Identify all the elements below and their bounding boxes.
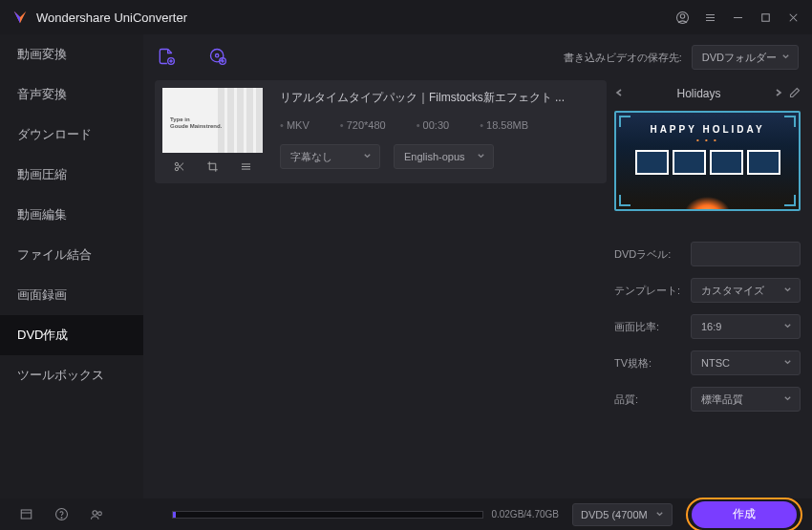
- svg-point-13: [98, 512, 102, 516]
- chevron-down-icon: [783, 393, 792, 405]
- sidebar-item[interactable]: DVD作成: [0, 315, 143, 355]
- template-next-button[interactable]: [774, 87, 783, 100]
- disc-type-value: DVD5 (4700M: [581, 509, 648, 520]
- close-icon[interactable]: [786, 11, 801, 25]
- settings-value: 16:9: [701, 321, 721, 332]
- settings-select[interactable]: [691, 242, 801, 266]
- menu-icon[interactable]: [703, 11, 717, 25]
- sidebar-item[interactable]: ツールボックス: [0, 355, 143, 395]
- template-preview[interactable]: HAPPY HOLIDAY • • •: [614, 111, 801, 211]
- dvd-settings: DVDラベル:テンプレート:カスタマイズ画面比率:16:9TV規格:NTSC品質…: [614, 242, 801, 412]
- burn-button[interactable]: 作成: [692, 501, 797, 528]
- chevron-down-icon: [781, 52, 790, 63]
- settings-label: TV規格:: [614, 356, 691, 371]
- add-disc-button[interactable]: [208, 47, 227, 69]
- svg-point-4: [211, 49, 224, 61]
- effects-icon[interactable]: [240, 160, 252, 173]
- svg-point-5: [216, 53, 219, 56]
- minimize-icon[interactable]: [731, 11, 745, 25]
- chevron-down-icon: [655, 509, 664, 520]
- app-title: Wondershare UniConverter: [36, 11, 187, 25]
- footer: 0.02GB/4.70GB DVD5 (4700M 作成: [0, 498, 812, 530]
- settings-value: NTSC: [701, 357, 730, 369]
- save-location-label: 書き込みビデオの保存先:: [564, 51, 682, 65]
- settings-label: 品質:: [614, 392, 691, 407]
- settings-row: 画面比率:16:9: [614, 314, 801, 339]
- file-resolution: 720*480: [340, 119, 386, 131]
- help-icon[interactable]: [54, 507, 69, 521]
- size-progress-bar: [172, 511, 483, 519]
- crop-icon[interactable]: [206, 160, 219, 173]
- template-name: Holidays: [624, 87, 774, 100]
- sidebar-item[interactable]: ダウンロード: [0, 115, 143, 155]
- svg-rect-2: [762, 13, 770, 21]
- app-logo-icon: [11, 9, 29, 26]
- sidebar: 動画変換音声変換ダウンロード動画圧縮動画編集ファイル結合画面録画DVD作成ツール…: [0, 34, 143, 498]
- settings-row: TV規格:NTSC: [614, 350, 801, 375]
- settings-label: テンプレート:: [614, 284, 691, 298]
- audio-select[interactable]: English-opus: [394, 144, 494, 169]
- community-icon[interactable]: [90, 507, 104, 521]
- audio-value: English-opus: [404, 151, 465, 162]
- size-progress-text: 0.02GB/4.70GB: [491, 509, 559, 519]
- settings-row: DVDラベル:: [614, 242, 801, 266]
- toolbar: 書き込みビデオの保存先: DVDフォルダー: [143, 34, 812, 80]
- sidebar-item[interactable]: 動画圧縮: [0, 155, 143, 195]
- svg-point-1: [680, 13, 685, 18]
- svg-point-11: [61, 518, 62, 519]
- chevron-down-icon: [477, 151, 485, 162]
- svg-point-12: [93, 511, 97, 516]
- sidebar-item[interactable]: 音声変換: [0, 74, 143, 115]
- settings-row: テンプレート:カスタマイズ: [614, 278, 801, 303]
- settings-select[interactable]: NTSC: [691, 350, 801, 375]
- trim-icon[interactable]: [173, 160, 185, 173]
- chevron-down-icon: [783, 357, 792, 369]
- sidebar-item[interactable]: 画面録画: [0, 275, 143, 315]
- sidebar-item[interactable]: 動画編集: [0, 195, 143, 235]
- disc-type-select[interactable]: DVD5 (4700M: [572, 503, 673, 526]
- file-duration: 00:30: [417, 119, 449, 131]
- save-target-value: DVDフォルダー: [702, 51, 777, 65]
- save-target-select[interactable]: DVDフォルダー: [692, 45, 799, 70]
- burn-button-label: 作成: [733, 506, 756, 522]
- settings-row: 品質:標準品質: [614, 387, 801, 412]
- sidebar-item[interactable]: ファイル結合: [0, 235, 143, 275]
- settings-value: カスタマイズ: [701, 284, 764, 298]
- svg-rect-9: [21, 510, 32, 519]
- tutorial-icon[interactable]: [19, 507, 33, 521]
- add-file-button[interactable]: [157, 47, 176, 69]
- settings-label: 画面比率:: [614, 320, 691, 334]
- settings-select[interactable]: 16:9: [691, 314, 801, 339]
- template-edit-button[interactable]: [783, 87, 801, 101]
- settings-select[interactable]: カスタマイズ: [691, 278, 801, 303]
- settings-label: DVDラベル:: [614, 247, 691, 262]
- file-format: MKV: [280, 119, 310, 131]
- settings-select[interactable]: 標準品質: [691, 387, 801, 412]
- video-thumbnail: Type inGoude Mainstrend.: [162, 88, 263, 153]
- settings-value: 標準品質: [701, 392, 743, 407]
- chevron-down-icon: [783, 285, 792, 296]
- chevron-down-icon: [783, 321, 792, 332]
- account-icon[interactable]: [675, 11, 690, 25]
- subtitle-select[interactable]: 字幕なし: [280, 144, 380, 169]
- template-header: Holidays: [614, 80, 801, 107]
- maximize-icon[interactable]: [759, 11, 773, 25]
- file-title: リアルタイムタイプパック｜Filmstocks新エフェクト ...: [280, 90, 599, 106]
- template-prev-button[interactable]: [614, 87, 624, 100]
- titlebar: Wondershare UniConverter: [0, 0, 812, 34]
- file-size: 18.58MB: [480, 119, 528, 131]
- chevron-down-icon: [363, 151, 372, 162]
- subtitle-value: 字幕なし: [290, 150, 332, 164]
- sidebar-item[interactable]: 動画変換: [0, 34, 143, 74]
- file-specs: MKV 720*480 00:30 18.58MB: [280, 119, 599, 131]
- file-card[interactable]: Type inGoude Mainstrend. リアルタイムタイプパック｜Fi…: [155, 80, 607, 183]
- burn-highlight: 作成: [686, 498, 802, 531]
- template-banner-text: HAPPY HOLIDAY: [616, 124, 799, 135]
